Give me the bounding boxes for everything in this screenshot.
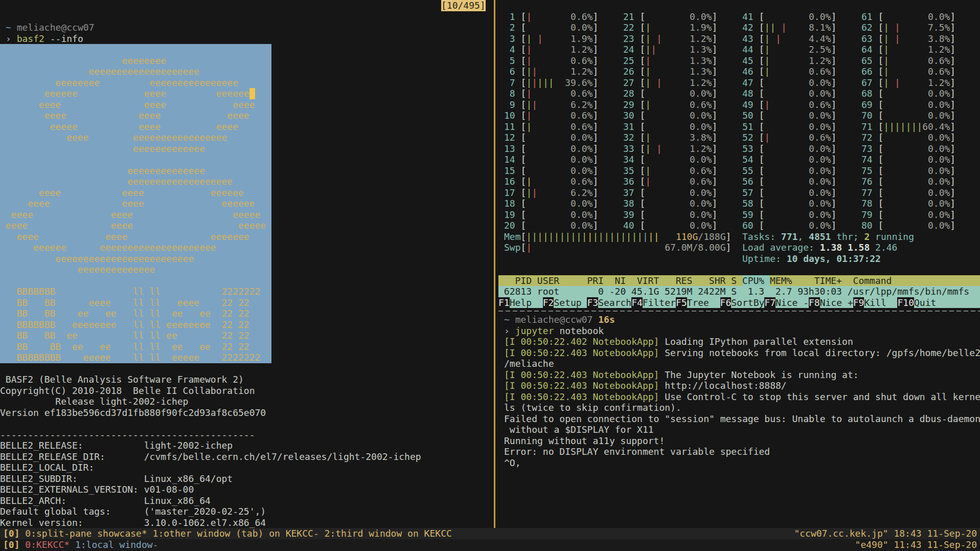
right-panes: 1 [|0.6%]21 [0.0%]41 [0.0%]61 [0.0%] 2 […: [498, 0, 980, 528]
basf2-pane[interactable]: ~ meliache@ccw07 › basf2 --info eeeeeeee…: [0, 0, 494, 528]
fkey-F10[interactable]: F10Quit: [897, 297, 947, 308]
block-cursor: [249, 88, 255, 99]
logo-line: eeeeeeeeeeeeeeeeeeee: [0, 66, 271, 77]
cpu-meter-73: 73 [0.0%]: [861, 143, 980, 155]
command-line[interactable]: › jupyter notebook: [498, 325, 980, 337]
cpu-meter-3: 3 [| |1.9%]: [504, 33, 623, 45]
cpu-meter-16: 16 [|0.6%]: [504, 176, 623, 187]
logo-line: eeeeeeeeeeeeeeeeeeeeeeeee: [0, 253, 271, 265]
info-line: Version ef183be596cd37d1fb880f90fc2d93af…: [0, 407, 494, 418]
window-list[interactable]: [0] 0:split-pane showcase* 1:other windo…: [3, 528, 452, 539]
blank-line: [498, 264, 980, 275]
active-window[interactable]: 0:KEKCC*: [25, 539, 75, 550]
logo-line: eeeeee eeee eeeeee: [0, 88, 271, 99]
window-list[interactable]: [0] 0:KEKCC* 1:local window-: [3, 539, 158, 551]
cpu-meter-75: 75 [0.0%]: [861, 165, 980, 177]
cpu-meter-1: 1 [|0.6%]: [504, 11, 623, 23]
cpu-meter-57: 57 [0.0%]: [742, 187, 861, 199]
cpu-meter-19: 19 [0.0%]: [504, 209, 623, 221]
env-line: BELLE2_LOCAL_DIR:: [0, 462, 494, 473]
cpu-meter-29: 29 [|0.6%]: [623, 99, 742, 111]
cpu-meter-2: 2 [0.0%]: [504, 22, 623, 33]
cpu-meter-32: 32 [|3.8%]: [623, 132, 742, 143]
cpu-meter-66: 66 [|0.6%]: [861, 66, 980, 77]
dashed-line: [498, 311, 980, 312]
cpu-meter-45: 45 [|1.2%]: [742, 55, 861, 67]
cpu-row: 20 [0.0%]40 [0.0%]60 [0.0%]80 [0.0%]: [498, 220, 980, 231]
info-line: Copyright(C) 2010-2018 Belle II Collabor…: [0, 385, 494, 396]
fkey-F3[interactable]: F3Search: [587, 297, 631, 308]
process-table-header[interactable]: PID USER PRI NI VIRT RES SHR S CPU% MEM%…: [498, 275, 980, 286]
cpu-meter-6: 6 [||1.2%]: [504, 66, 623, 77]
log-line: ^O,: [498, 457, 980, 469]
cpu-meter-22: 22 [|1.9%]: [623, 22, 742, 33]
cpu-row: 1 [|0.6%]21 [0.0%]41 [0.0%]61 [0.0%]: [498, 11, 980, 23]
cpu-row: 5 [|0.6%]25 [|1.3%]45 [|1.2%]65 [|0.6%]: [498, 55, 980, 67]
logo-line: eeee eeee eeeee: [0, 220, 271, 231]
jupyter-pane[interactable]: ~ meliache@ccw07 16s › jupyter notebook …: [498, 314, 980, 468]
cpu-meter-7: 7 [|||||39.6%]: [504, 77, 623, 89]
logo-line: eeee eeee eeeeee: [0, 187, 271, 199]
cpu-row: 6 [||1.2%]26 [|1.3%]46 [|0.6%]66 [|0.6%]: [498, 66, 980, 77]
pane-divider-horizontal[interactable]: [498, 308, 980, 314]
fkey-F6[interactable]: F6SortBy: [720, 297, 765, 308]
cpu-row: 11 [|0.6%]31 [0.0%]51 [0.0%]71 [|||||||6…: [498, 121, 980, 133]
cpu-meter-74: 74 [0.0%]: [861, 154, 980, 165]
sort-column-cpu[interactable]: CPU%: [742, 275, 770, 286]
cpu-meter-71: 71 [|||||||60.4%]: [861, 121, 980, 133]
process-row[interactable]: 62813 root 0 -20 45.1G 5219M 2422M S 1.3…: [498, 286, 980, 297]
htop-pane[interactable]: 1 [|0.6%]21 [0.0%]41 [0.0%]61 [0.0%] 2 […: [498, 0, 980, 308]
env-line: BELLE2_ARCH: Linux_x86_64: [0, 495, 494, 506]
fkey-F2[interactable]: F2Setup: [543, 297, 587, 308]
cpu-row: 12 [0.0%]32 [|3.8%]52 [|0.6%]72 [0.0%]: [498, 132, 980, 143]
command-duration: 16s: [598, 314, 615, 325]
command-line[interactable]: › basf2 --info: [0, 33, 494, 45]
fkey-F8[interactable]: F8Nice +: [809, 297, 853, 308]
fkey-F7[interactable]: F7Nice -: [764, 297, 809, 308]
blank-line: [0, 363, 494, 374]
blank-line: [0, 0, 494, 11]
log-line: [I 00:50:22.402 NotebookApp] Loading IPy…: [498, 336, 980, 347]
cpu-meter-25: 25 [|1.3%]: [623, 55, 742, 67]
session-badge: [0]: [3, 539, 25, 550]
tmux-status-bar-outer: [0] 0:split-pane showcase* 1:other windo…: [0, 528, 980, 539]
cpu-meter-33: 33 [| |1.2%]: [623, 143, 742, 155]
pane-divider-vertical[interactable]: [494, 0, 495, 528]
cpu-meter-4: 4 [|1.2%]: [504, 44, 623, 55]
log-line: Running without a11y support!: [498, 435, 980, 447]
cpu-meter-38: 38 [0.0%]: [623, 198, 742, 209]
prompt-user: meliache@ccw07: [17, 22, 95, 33]
logo-line: [0, 275, 271, 286]
cpu-meters: 1 [|0.6%]21 [0.0%]41 [0.0%]61 [0.0%] 2 […: [498, 11, 980, 231]
cpu-meter-34: 34 [0.0%]: [623, 154, 742, 165]
fkey-F4[interactable]: F4Filter: [631, 297, 676, 308]
log-line: Error: no DISPLAY environment variable s…: [498, 446, 980, 457]
basf2-logo: eeeeeeee eeeeeeeeeeeeeeeeeeee eeeeeeee e…: [0, 44, 271, 363]
cpu-meter-69: 69 [0.0%]: [861, 99, 980, 111]
fkey-F9[interactable]: F9Kill: [853, 297, 898, 308]
windows[interactable]: 0:split-pane showcase* 1:other window (t…: [25, 528, 451, 539]
other-window[interactable]: 1:local window-: [75, 539, 158, 550]
cpu-row: 17 [||6.2%]37 [0.0%]57 [0.0%]77 [0.0%]: [498, 187, 980, 199]
fkey-F5[interactable]: F5Tree: [676, 297, 720, 308]
cpu-meter-35: 35 [|0.6%]: [623, 165, 742, 177]
cpu-meter-14: 14 [0.0%]: [504, 154, 623, 165]
prompt-arrow-icon: ›: [504, 325, 515, 336]
cpu-meter-21: 21 [0.0%]: [623, 11, 742, 23]
prompt-cwd: ~: [504, 314, 515, 325]
command-name: jupyter: [515, 325, 554, 336]
cpu-meter-40: 40 [0.0%]: [623, 220, 742, 231]
info-line: BASF2 (Belle Analysis Software Framework…: [0, 374, 494, 385]
cpu-meter-78: 78 [0.0%]: [861, 198, 980, 209]
cpu-row: 4 [|1.2%]24 [||1.3%]44 [|2.5%]64 [|1.2%]: [498, 44, 980, 55]
fkey-F1[interactable]: F1Help: [498, 297, 543, 308]
logo-line: BB BB eeee ll ll eeee 22 22: [0, 297, 271, 308]
log-line: /meliache: [498, 358, 980, 369]
separator-line: ----------------------------------------…: [0, 429, 494, 440]
logo-line: eeee eeeeeeeeeeeeeeeee: [0, 132, 271, 143]
cpu-meter-59: 59 [0.0%]: [742, 209, 861, 221]
logo-line: eeeeeeeeeeeee: [0, 143, 271, 155]
status-right: "ccw07.cc.kek.jp" 18:43 11-Sep-20: [794, 528, 977, 539]
cpu-meter-15: 15 [0.0%]: [504, 165, 623, 177]
cpu-meter-36: 36 [|0.6%]: [623, 176, 742, 187]
